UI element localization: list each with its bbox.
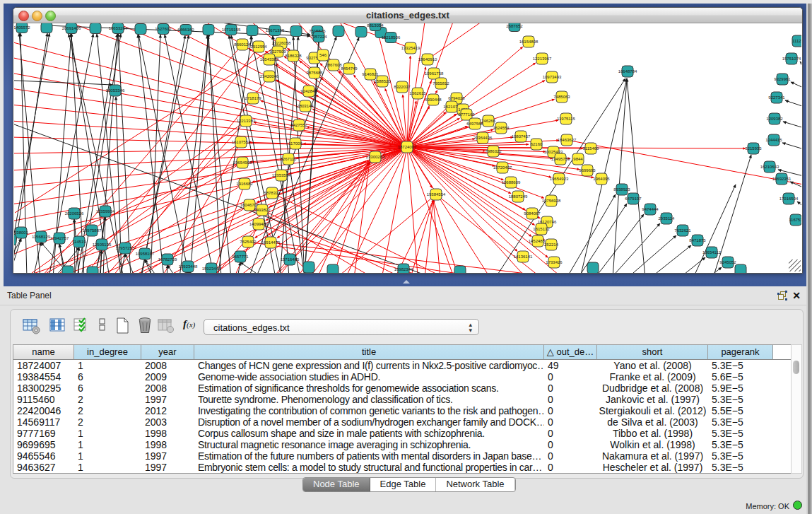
svg-text:11568129: 11568129 — [32, 235, 51, 239]
svg-text:20053346: 20053346 — [106, 88, 125, 93]
svg-text:20691406: 20691406 — [62, 26, 81, 30]
svg-text:16914479: 16914479 — [261, 240, 281, 245]
svg-text:18463627: 18463627 — [558, 138, 577, 142]
svg-text:18724007: 18724007 — [398, 145, 417, 149]
svg-text:17957255: 17957255 — [116, 246, 135, 250]
svg-text:10807457: 10807457 — [512, 134, 531, 139]
svg-text:7986322: 7986322 — [485, 149, 502, 153]
svg-text:9657771: 9657771 — [232, 255, 249, 259]
svg-text:6990448: 6990448 — [425, 98, 442, 102]
svg-text:20206526: 20206526 — [65, 211, 84, 216]
svg-text:1733426: 1733426 — [546, 260, 563, 264]
svg-text:19218506: 19218506 — [382, 35, 401, 40]
svg-text:9245052: 9245052 — [719, 260, 736, 264]
svg-text:1615132: 1615132 — [533, 227, 550, 231]
svg-text:8938923: 8938923 — [613, 187, 630, 192]
svg-text:10756928: 10756928 — [542, 199, 561, 203]
svg-text:10543382: 10543382 — [260, 57, 279, 62]
svg-text:12942757: 12942757 — [50, 236, 69, 240]
svg-text:9844: 9844 — [573, 157, 583, 161]
svg-text:546: 546 — [319, 53, 327, 57]
svg-text:1405572: 1405572 — [14, 25, 30, 30]
svg-text:14099489: 14099489 — [249, 222, 269, 226]
svg-text:1209382: 1209382 — [766, 117, 783, 121]
svg-text:16982344: 16982344 — [394, 267, 413, 271]
svg-text:12505135: 12505135 — [93, 243, 112, 247]
svg-text:16210643: 16210643 — [760, 165, 779, 169]
svg-text:8813054: 8813054 — [367, 23, 384, 28]
svg-text:10653267: 10653267 — [109, 26, 128, 30]
svg-text:10671355: 10671355 — [266, 28, 285, 33]
svg-text:9699695: 9699695 — [579, 168, 596, 173]
svg-text:14136141: 14136141 — [514, 255, 533, 259]
svg-text:18807249: 18807249 — [509, 194, 528, 199]
svg-text:2935114: 2935114 — [659, 216, 676, 221]
svg-text:2803144: 2803144 — [297, 104, 314, 108]
svg-text:16107552: 16107552 — [232, 140, 251, 144]
svg-text:3875685: 3875685 — [306, 71, 323, 75]
svg-text:15751074: 15751074 — [782, 57, 801, 61]
svg-text:16648784: 16648784 — [618, 69, 637, 74]
svg-text:2687652: 2687652 — [506, 24, 523, 28]
svg-text:10961758: 10961758 — [425, 71, 444, 76]
svg-text:8471875: 8471875 — [689, 238, 706, 243]
svg-text:8660124: 8660124 — [234, 42, 251, 47]
svg-text:9242848: 9242848 — [300, 89, 317, 93]
svg-text:15923448: 15923448 — [179, 264, 198, 269]
svg-text:17016504: 17016504 — [779, 197, 799, 201]
svg-text:62160: 62160 — [531, 142, 543, 146]
svg-text:8267110: 8267110 — [281, 157, 298, 161]
svg-text:1527602: 1527602 — [155, 27, 172, 31]
svg-text:9084067: 9084067 — [524, 211, 541, 216]
svg-text:23300203: 23300203 — [366, 155, 385, 159]
svg-text:16782759: 16782759 — [158, 257, 177, 262]
svg-text:6479197: 6479197 — [625, 197, 642, 201]
svg-text:7632621: 7632621 — [674, 228, 691, 233]
svg-text:1362615: 1362615 — [409, 91, 426, 95]
svg-text:15716485: 15716485 — [281, 257, 300, 262]
svg-text:116753: 116753 — [789, 218, 801, 222]
svg-text:7485063: 7485063 — [553, 95, 570, 99]
svg-text:19654905: 19654905 — [233, 160, 252, 165]
svg-text:9474444: 9474444 — [642, 207, 659, 211]
svg-text:2867608: 2867608 — [325, 63, 342, 67]
svg-text:19975887: 19975887 — [83, 228, 102, 233]
svg-text:15692351: 15692351 — [772, 177, 792, 181]
svg-text:20364436: 20364436 — [473, 136, 493, 140]
svg-text:12213967: 12213967 — [533, 57, 552, 61]
svg-text:6497568: 6497568 — [466, 122, 483, 126]
svg-text:746266: 746266 — [481, 119, 496, 123]
svg-text:10958107: 10958107 — [136, 252, 155, 256]
svg-text:9329961: 9329961 — [774, 77, 791, 81]
svg-text:1244415: 1244415 — [765, 138, 782, 142]
svg-text:9115460: 9115460 — [583, 146, 600, 151]
svg-text:6466160: 6466160 — [177, 28, 194, 32]
svg-text:1964095: 1964095 — [593, 177, 610, 181]
svg-text:3215935: 3215935 — [745, 146, 762, 151]
svg-text:9146821: 9146821 — [362, 72, 379, 76]
svg-text:252214: 252214 — [544, 243, 559, 247]
svg-text:6794028: 6794028 — [448, 96, 465, 100]
svg-text:12359934: 12359934 — [96, 209, 115, 214]
svg-text:1916682: 1916682 — [236, 182, 253, 186]
svg-text:13495759: 13495759 — [551, 157, 570, 161]
svg-text:9227341: 9227341 — [768, 95, 785, 100]
svg-text:10973493: 10973493 — [543, 75, 562, 79]
svg-text:9327509: 9327509 — [269, 49, 286, 54]
svg-text:15720407: 15720407 — [493, 165, 512, 170]
svg-text:23420046: 23420046 — [260, 74, 279, 78]
svg-text:3912954: 3912954 — [250, 45, 267, 49]
svg-text:11123: 11123 — [792, 39, 801, 43]
svg-text:10719155: 10719155 — [222, 28, 241, 32]
svg-text:11975115: 11975115 — [557, 117, 575, 121]
svg-text:19654923: 19654923 — [550, 177, 569, 181]
svg-text:8454749: 8454749 — [341, 66, 358, 71]
svg-text:5878332: 5878332 — [264, 191, 281, 195]
svg-text:13325419: 13325419 — [401, 46, 420, 50]
svg-text:117006: 117006 — [288, 141, 302, 146]
svg-text:18640910: 18640910 — [418, 57, 437, 62]
svg-text:16154808: 16154808 — [519, 40, 539, 44]
svg-text:5493822: 5493822 — [254, 208, 271, 212]
svg-text:15923448: 15923448 — [202, 267, 221, 271]
svg-text:3624554: 3624554 — [493, 126, 510, 130]
